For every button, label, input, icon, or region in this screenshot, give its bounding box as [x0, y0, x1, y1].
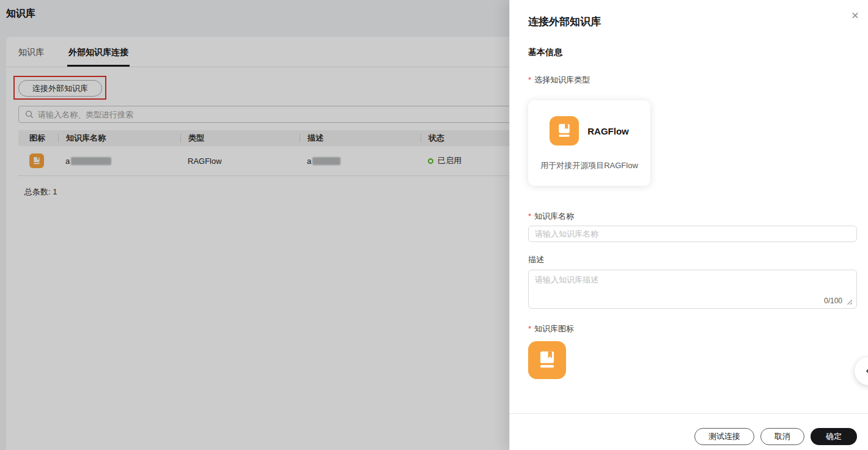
resize-handle-icon[interactable] [847, 299, 853, 305]
drawer-title: 连接外部知识库 [528, 15, 850, 29]
drawer-body: 基本信息 * 选择知识库类型 RAGFlow 用于对接开源项目RAGFlow * [510, 47, 868, 379]
close-icon[interactable]: × [846, 6, 864, 24]
kb-name-input[interactable] [528, 226, 857, 242]
test-connection-button[interactable]: 测试连接 [694, 428, 754, 445]
field-label-kb-icon: * 知识库图标 [528, 324, 857, 333]
kb-icon-preview[interactable] [528, 341, 566, 379]
kb-type-card-ragflow[interactable]: RAGFlow 用于对接开源项目RAGFlow [528, 100, 650, 186]
field-label-description: 描述 [528, 255, 857, 264]
drawer-header: 连接外部知识库 × [510, 0, 868, 29]
confirm-button[interactable]: 确定 [811, 428, 857, 445]
field-label-kb-name: * 知识库名称 [528, 212, 857, 221]
book-icon [535, 349, 559, 372]
field-label-kb-type: * 选择知识库类型 [528, 75, 857, 84]
required-mark: * [528, 324, 531, 333]
chevron-left-icon [865, 366, 868, 376]
required-mark: * [528, 75, 531, 84]
ragflow-book-icon [550, 116, 579, 146]
kb-type-desc: 用于对接开源项目RAGFlow [528, 160, 650, 171]
section-basic-info: 基本信息 [528, 47, 857, 58]
kb-type-name: RAGFlow [587, 126, 629, 136]
kb-description-textarea[interactable] [528, 270, 857, 309]
drawer-footer: 测试连接 取消 确定 [510, 413, 868, 450]
cancel-button[interactable]: 取消 [760, 428, 804, 445]
connect-external-kb-drawer: 连接外部知识库 × 基本信息 * 选择知识库类型 RAGFlow 用于对接开源项… [509, 0, 868, 450]
required-mark: * [528, 212, 531, 221]
char-counter: 0/100 [824, 297, 842, 305]
